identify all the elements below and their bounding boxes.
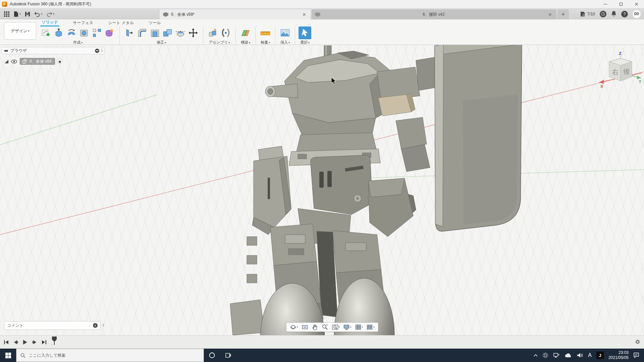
ribbon-tab-sheetmetal[interactable]: シート メタル <box>107 20 135 26</box>
save-button[interactable] <box>23 10 32 18</box>
combine-button[interactable] <box>161 26 174 39</box>
timeline-bar <box>0 335 644 349</box>
volume-icon[interactable] <box>577 353 583 358</box>
browser-header[interactable]: ◀◀ ブラウザ ‖ <box>1 47 105 54</box>
group-label-assemble[interactable]: アセンブリ▾ <box>209 40 230 45</box>
task-view-button[interactable] <box>220 349 236 362</box>
viewports-button[interactable]: ▾ <box>365 323 376 331</box>
look-at-button[interactable] <box>300 323 310 331</box>
shell-button[interactable] <box>149 26 161 39</box>
insert-button[interactable] <box>279 26 291 39</box>
timeline-ruler <box>52 344 52 346</box>
help-icon[interactable]: ? <box>621 11 628 17</box>
ribbon-tab-solid[interactable]: ソリッド <box>40 19 59 26</box>
ime-language-icon[interactable]: J <box>596 352 604 359</box>
ime-mode-indicator[interactable]: A <box>588 352 592 358</box>
root-component[interactable]: 0、全体 v59 <box>20 58 55 65</box>
job-status-icon[interactable] <box>600 11 606 17</box>
press-pull-button[interactable] <box>123 26 136 39</box>
extrude-button[interactable] <box>52 26 65 39</box>
fillet-button[interactable] <box>136 26 149 39</box>
network-icon[interactable] <box>553 352 560 358</box>
onedrive-cloud-icon[interactable] <box>565 353 572 358</box>
y-axis-line <box>0 95 158 145</box>
group-label-insert[interactable]: 挿入▾ <box>280 40 290 45</box>
fusion360-window: { "window": { "title": "Autodesk Fusion … <box>0 0 644 362</box>
hole-button[interactable] <box>78 26 91 39</box>
ribbon-tab-surface[interactable]: サーフェス <box>71 20 95 26</box>
start-button[interactable] <box>0 349 16 362</box>
panel-resize-handle[interactable]: ‖ <box>101 49 102 53</box>
viewport-3d[interactable]: ◀◀ ブラウザ ‖ 0、全体 v59 ◉ <box>0 45 644 335</box>
close-tab-icon[interactable]: ✕ <box>547 11 553 17</box>
taskbar-clock[interactable]: 23:03 2021/05/05 <box>608 350 629 360</box>
comment-bar[interactable]: コメント + <box>4 321 101 330</box>
show-hidden-icons-chevron[interactable] <box>534 354 538 357</box>
grid-settings-button[interactable]: ▾ <box>354 323 365 331</box>
comment-resize-handle[interactable]: ‖ <box>103 323 104 327</box>
group-label-select[interactable]: 選択▾ <box>300 40 310 45</box>
minimize-button[interactable] <box>598 0 613 8</box>
expand-arrow-icon[interactable] <box>5 60 8 63</box>
orbit-button[interactable]: ▾ <box>288 323 300 331</box>
timeline-step-back-button[interactable] <box>13 339 19 345</box>
close-tab-icon[interactable]: ✕ <box>301 11 307 17</box>
timeline-skip-start-button[interactable] <box>3 339 9 345</box>
file-menu-button[interactable]: ▾ <box>12 10 22 18</box>
group-label-create[interactable]: 作成▾ <box>73 40 83 45</box>
new-component-button[interactable] <box>207 26 219 39</box>
notifications-bell-icon[interactable] <box>611 11 616 17</box>
app-launcher-button[interactable] <box>3 10 11 18</box>
timeline-skip-end-button[interactable] <box>41 339 47 345</box>
close-button[interactable] <box>629 0 644 8</box>
timeline-step-forward-button[interactable] <box>32 339 38 345</box>
display-settings-button[interactable]: ▾ <box>342 323 353 331</box>
move-button[interactable] <box>187 26 200 39</box>
ribbon-toolbar: デザイン▾ ソリッド サーフェス シート メタル ツール 作成▾ <box>0 19 644 45</box>
create-sketch-button[interactable] <box>40 26 52 39</box>
file-icon <box>13 11 19 17</box>
timeline-position-marker[interactable] <box>52 336 57 345</box>
zoom-button[interactable] <box>320 323 330 331</box>
select-tool-button[interactable] <box>299 26 311 39</box>
document-tab-active[interactable]: 0、全体 v59* ✕ <box>160 9 311 19</box>
split-body-button[interactable] <box>174 26 187 39</box>
construction-plane-button[interactable] <box>239 26 252 39</box>
group-label-inspect[interactable]: 検査▾ <box>261 40 270 45</box>
collapse-panel-icon[interactable]: ◀◀ <box>4 49 7 52</box>
new-tab-button[interactable]: + <box>557 9 569 19</box>
activate-component-radio[interactable]: ◉ <box>57 59 62 64</box>
group-label-construct[interactable]: 構築▾ <box>241 40 250 45</box>
document-tab-inactive[interactable]: 6、腰部 v42 ✕ <box>312 9 556 19</box>
pattern-button[interactable] <box>91 26 103 39</box>
browser-root-row[interactable]: 0、全体 v59 ◉ <box>5 58 106 65</box>
create-form-button[interactable] <box>103 26 116 39</box>
fit-button[interactable]: ▾ <box>330 323 341 331</box>
browser-filter-icon[interactable] <box>95 49 99 53</box>
eye-icon[interactable] <box>11 59 17 64</box>
ribbon-tab-tools[interactable]: ツール <box>147 20 162 26</box>
maximize-button[interactable] <box>613 0 629 8</box>
redo-button[interactable]: ▾ <box>45 10 56 18</box>
undo-button[interactable]: ▾ <box>33 10 44 18</box>
save-counter[interactable]: 7/10 <box>580 11 595 17</box>
ribbon-group-insert: 挿入▾ <box>277 26 293 45</box>
add-comment-icon[interactable]: + <box>93 323 98 328</box>
timeline-play-button[interactable] <box>22 339 28 345</box>
group-label-modify[interactable]: 修正▾ <box>157 40 166 45</box>
revolve-button[interactable] <box>65 26 78 39</box>
view-cube[interactable]: 右 後 Z X Y <box>599 50 642 90</box>
workspace-selector[interactable]: デザイン▾ <box>4 22 36 40</box>
timeline-settings-gear-icon[interactable] <box>635 339 641 345</box>
tablet-sync-icon[interactable] <box>542 352 548 358</box>
browser-title: ブラウザ <box>10 48 27 54</box>
measure-button[interactable] <box>259 26 272 39</box>
comment-label: コメント <box>7 323 23 328</box>
search-icon <box>20 353 25 358</box>
taskbar-search[interactable]: ここに入力して検索 <box>16 349 204 362</box>
action-center-icon[interactable] <box>633 352 640 358</box>
cortana-button[interactable] <box>204 349 220 362</box>
joint-button[interactable] <box>219 26 232 39</box>
user-avatar[interactable]: DD <box>633 10 641 18</box>
pan-button[interactable] <box>310 323 320 331</box>
